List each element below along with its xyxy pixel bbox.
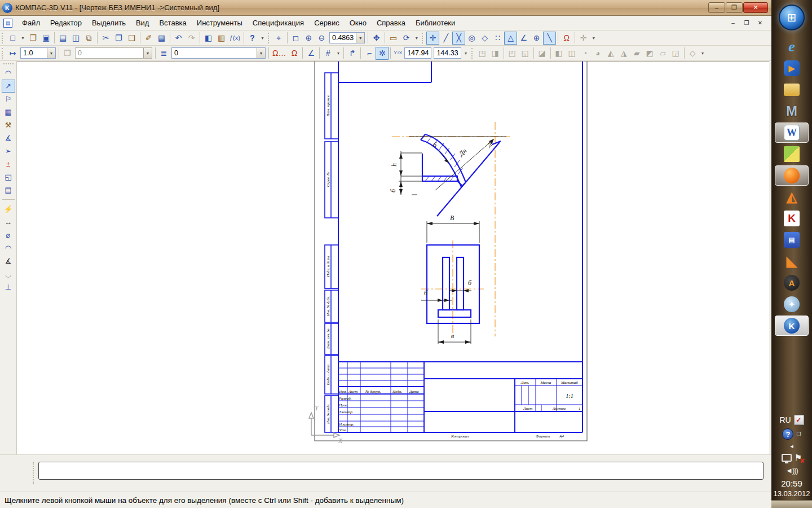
toolbar-overflow[interactable]: ▾ — [462, 47, 470, 60]
taskbar-media-player[interactable]: ▶ — [775, 58, 809, 78]
snap-line-button[interactable]: ╱ — [439, 32, 452, 45]
zoom-dropdown[interactable]: ▾ — [356, 33, 364, 43]
paste-button[interactable]: ❑ — [125, 32, 138, 45]
spec-table-button[interactable]: ▦ — [155, 32, 168, 45]
page-setup-button[interactable]: ⧉ — [82, 32, 95, 45]
snap-grid-button[interactable]: ∷ — [491, 32, 504, 45]
zoom-value[interactable]: 0.4863 — [330, 33, 356, 43]
linear-dimension-button[interactable]: ↔ — [2, 216, 15, 229]
zoom-auto-button[interactable]: ◻ — [289, 32, 302, 45]
mdi-close-button[interactable]: ✕ — [753, 18, 767, 28]
snap-nearest-button[interactable]: △ — [504, 32, 517, 45]
height-dimension-button[interactable]: ⊥ — [2, 281, 15, 294]
restore-button[interactable]: ❐ — [726, 2, 743, 13]
language-indicator[interactable]: RU — [779, 415, 791, 424]
toolbar-grip[interactable] — [422, 33, 424, 43]
menu-help[interactable]: Справка — [372, 17, 411, 29]
zoom-frame-button[interactable]: ⌖ — [272, 32, 285, 45]
variables-button[interactable]: ▥ — [215, 32, 228, 45]
toolbar-overflow[interactable]: ▾ — [413, 32, 420, 45]
refresh-button[interactable]: ⟳ — [400, 32, 413, 45]
show-desktop-button[interactable] — [771, 500, 812, 508]
mdi-minimize-button[interactable]: – — [726, 18, 740, 28]
editing-tool-button[interactable]: ▦ — [2, 106, 15, 119]
copy-properties-button[interactable]: ✐ — [142, 32, 155, 45]
menu-service[interactable]: Сервис — [309, 17, 345, 29]
taskbar-aimp[interactable]: A — [775, 273, 809, 293]
designations-tool-button[interactable]: ⚐ — [2, 93, 15, 106]
message-field[interactable] — [38, 462, 764, 480]
zoom-out-button[interactable]: ⊖ — [315, 32, 328, 45]
menu-insert[interactable]: Вставка — [154, 17, 191, 29]
panel-grip[interactable] — [33, 462, 35, 484]
redo-button[interactable]: ↷ — [185, 32, 198, 45]
taskbar-matlab[interactable]: ◭ — [775, 187, 809, 207]
menu-tools[interactable]: Инструменты — [192, 17, 248, 29]
magnet-button[interactable]: Ω — [288, 47, 301, 60]
grid-dropdown[interactable]: ▾ — [334, 47, 342, 60]
menu-libraries[interactable]: Библиотеки — [411, 17, 460, 29]
snap-intersection-button[interactable]: ╳ — [452, 32, 465, 45]
copy-button[interactable]: ❐ — [112, 32, 125, 45]
taskbar-firefox[interactable] — [775, 165, 809, 186]
preview-button[interactable]: ◫ — [69, 32, 82, 45]
zoom-in-button[interactable]: ⊕ — [302, 32, 315, 45]
specification-tool-button[interactable]: ± — [2, 157, 15, 170]
volume-icon[interactable]: ◄))) — [785, 466, 798, 475]
tray-collapse-arrow[interactable]: ◂ — [790, 443, 793, 450]
reports-tool-button[interactable]: ◱ — [2, 170, 15, 183]
tray-clock[interactable]: 20:59 — [781, 479, 802, 488]
properties-button[interactable]: ◧ — [202, 32, 215, 45]
menu-file[interactable]: Файл — [17, 17, 45, 29]
selection-tool-button[interactable]: ➢ — [2, 144, 15, 157]
toolbar-overflow[interactable]: ▾ — [699, 47, 707, 60]
menu-specification[interactable]: Спецификация — [248, 17, 309, 29]
mdi-restore-button[interactable]: ❐ — [740, 18, 753, 28]
diameter-dimension-button[interactable]: ⌀ — [2, 229, 15, 242]
new-button[interactable]: □ — [6, 32, 19, 45]
save-button[interactable]: ▣ — [39, 32, 52, 45]
layer-value[interactable]: 0 — [172, 48, 257, 58]
menu-view[interactable]: Вид — [131, 17, 155, 29]
rounding-button[interactable]: ✲ — [376, 47, 389, 60]
toolbar-grip[interactable] — [2, 33, 4, 43]
menu-editor[interactable]: Редактор — [45, 17, 87, 29]
action-center-flag-icon[interactable]: ⚑✘ — [795, 453, 802, 463]
close-button[interactable]: ✕ — [743, 2, 768, 13]
menu-select[interactable]: Выделить — [87, 17, 131, 29]
print-button[interactable]: ▤ — [56, 32, 69, 45]
layers-icon[interactable]: ≣ — [157, 47, 170, 60]
parameterization-tool-button[interactable]: ⚒ — [2, 119, 15, 132]
dimensions-tool-button[interactable]: ↗ — [2, 80, 15, 93]
taskbar-word[interactable]: W — [775, 122, 809, 143]
taskbar-sticky-notes[interactable] — [775, 144, 809, 164]
help-tray-icon[interactable]: ? — [782, 428, 793, 440]
snap-circle-button[interactable]: ◎ — [465, 32, 478, 45]
snap-point-button[interactable]: ✛ — [426, 32, 439, 45]
arc-dimension-button[interactable]: ◡ — [2, 268, 15, 281]
step-dropdown[interactable]: ▾ — [47, 48, 55, 58]
taskbar-safari[interactable]: ✦ — [775, 294, 809, 314]
toolbar-grip[interactable] — [2, 48, 4, 59]
tray-date[interactable]: 13.03.2012 — [773, 489, 810, 498]
panel-grip[interactable] — [3, 63, 14, 65]
layer-combo[interactable]: 0 ▾ — [171, 47, 266, 59]
taskbar-floppy[interactable]: ▤ — [775, 230, 809, 250]
grid-button[interactable]: # — [321, 47, 334, 60]
taskbar-kaspersky[interactable]: K — [775, 208, 809, 229]
local-cs-button[interactable]: ↱ — [346, 47, 359, 60]
minimize-button[interactable]: – — [708, 2, 725, 13]
spell-tray-icon[interactable]: ✓ — [794, 415, 804, 425]
angle-snap-button[interactable]: ∠ — [304, 47, 317, 60]
insertion-tool-button[interactable]: ▤ — [2, 183, 15, 196]
snap-middle-button[interactable]: ◇ — [478, 32, 491, 45]
restore-hint-icon[interactable]: ❐ — [796, 431, 801, 437]
snap-more-dropdown[interactable]: ▾ — [590, 32, 597, 45]
network-icon[interactable] — [782, 454, 792, 462]
magnet-settings-button[interactable]: Ω… — [271, 47, 288, 60]
taskbar-maxthon[interactable]: M — [775, 101, 809, 121]
show-page-button[interactable]: ▭ — [387, 32, 400, 45]
step-combo[interactable]: 1.0 ▾ — [20, 47, 56, 59]
radial-dimension-button[interactable]: ◠ — [2, 242, 15, 255]
auto-dimension-button[interactable]: ⚡ — [2, 203, 15, 216]
